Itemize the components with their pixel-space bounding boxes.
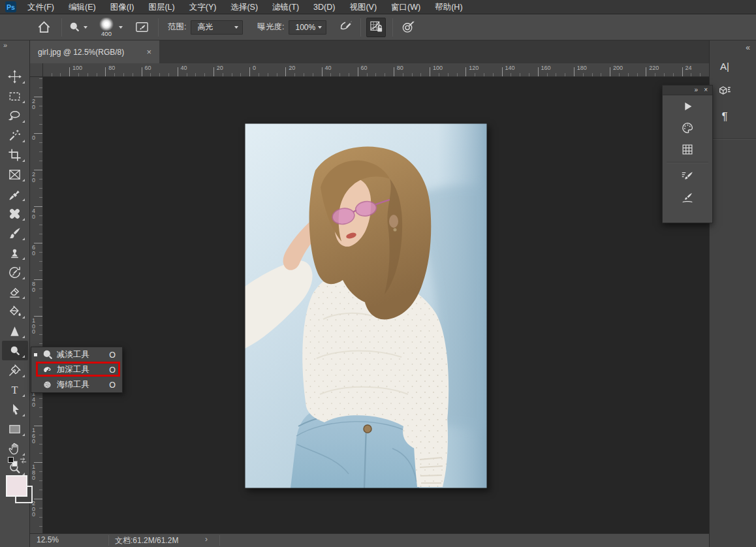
ruler-label: 140 xyxy=(32,391,38,408)
tool-magic-wand[interactable] xyxy=(2,125,28,145)
airbrush-toggle[interactable] xyxy=(336,18,355,37)
paragraph-panel-button[interactable]: ¶ xyxy=(715,107,734,127)
menu-item-图像I[interactable]: 图像(I) xyxy=(103,0,142,14)
panel-collapse-icon[interactable]: » xyxy=(694,86,698,93)
patterns-panel-button[interactable] xyxy=(663,138,712,160)
chevron-down-icon xyxy=(318,26,322,29)
airbrush-icon xyxy=(338,20,353,35)
panel-divider xyxy=(667,162,708,163)
document-tab[interactable]: girl.jpg @ 12.5%(RGB/8) × xyxy=(30,40,159,63)
tool-move[interactable] xyxy=(2,67,28,86)
menu-item-3DD[interactable]: 3D(D) xyxy=(306,0,342,14)
foreground-color-swatch[interactable] xyxy=(6,475,27,497)
exposure-label: 曝光度: xyxy=(257,22,284,33)
ruler-label: 60 xyxy=(361,65,368,71)
menu-item-窗口W[interactable]: 窗口(W) xyxy=(384,0,428,14)
flyout-item-shortcut: O xyxy=(109,381,122,390)
ruler-label: 80 xyxy=(32,281,38,292)
tool-options-bar: 400 范围: 高光 曝光度: 100% xyxy=(0,14,756,40)
separator xyxy=(360,18,361,37)
brush-preset-picker[interactable]: 400 xyxy=(97,18,123,37)
menu-item-文字Y[interactable]: 文字(Y) xyxy=(182,0,224,14)
ruler-corner xyxy=(30,63,43,77)
tool-lasso[interactable] xyxy=(2,106,28,125)
menu-bar: Ps 文件(F)编辑(E)图像(I)图层(L)文字(Y)选择(S)滤镜(T)3D… xyxy=(0,0,756,14)
annotation-highlight xyxy=(36,362,120,377)
zoom-level-field[interactable]: 12.5% xyxy=(37,535,59,544)
ruler-label: 20 xyxy=(217,65,223,71)
home-button[interactable] xyxy=(34,18,54,37)
canvas-pasteboard[interactable] xyxy=(43,77,709,533)
home-icon xyxy=(37,20,52,35)
current-tool-indicator xyxy=(31,353,40,356)
menu-item-文件F[interactable]: 文件(F) xyxy=(20,0,61,14)
paragraph-panel-icon: ¶ xyxy=(721,110,727,123)
canvas-photo[interactable] xyxy=(245,123,487,488)
tool-pen[interactable] xyxy=(2,360,28,380)
tool-frame[interactable] xyxy=(2,164,28,184)
menu-item-视图V[interactable]: 视图(V) xyxy=(342,0,384,14)
sponge-icon xyxy=(40,379,54,392)
menu-item-选择S[interactable]: 选择(S) xyxy=(223,0,265,14)
tool-eyedropper[interactable] xyxy=(2,184,28,204)
flyout-item-label: 减淡工具 xyxy=(54,349,109,360)
menu-item-图层L[interactable]: 图层(L) xyxy=(141,0,181,14)
swatches-panel-button[interactable] xyxy=(663,117,712,138)
brush-size: 400 xyxy=(101,31,112,37)
tool-crop[interactable] xyxy=(2,145,28,164)
range-value: 高光 xyxy=(197,22,213,33)
range-label: 范围: xyxy=(168,22,186,33)
panel-close-icon[interactable]: × xyxy=(704,86,708,93)
ruler-label: 20 xyxy=(32,172,38,183)
menu-item-编辑E[interactable]: 编辑(E) xyxy=(61,0,103,14)
actions-panel-button[interactable] xyxy=(663,95,712,117)
tool-path-select[interactable] xyxy=(2,399,28,419)
brush-settings-panel-button[interactable] xyxy=(663,165,712,187)
tool-clone-stamp[interactable] xyxy=(2,243,28,262)
tool-healing-brush[interactable] xyxy=(2,204,28,223)
ruler-label: 0 xyxy=(32,135,38,141)
swap-colors-icon[interactable] xyxy=(18,456,28,465)
tool-eraser[interactable] xyxy=(2,282,28,302)
chevron-down-icon xyxy=(119,26,123,29)
close-tab-icon[interactable]: × xyxy=(144,47,154,57)
tool-marquee[interactable] xyxy=(2,86,28,106)
tool-preset-picker[interactable] xyxy=(67,20,87,34)
floating-panel-header[interactable]: » × xyxy=(663,86,712,95)
dodge-tool-icon xyxy=(67,20,81,34)
color-controls xyxy=(0,457,30,542)
flyout-item-sponge[interactable]: 海绵工具O xyxy=(31,377,122,392)
separator xyxy=(392,18,393,37)
status-options-chevron[interactable]: › xyxy=(205,535,208,544)
tools-panel-collapse[interactable]: » xyxy=(0,40,29,51)
character-panel-icon: A| xyxy=(720,61,729,72)
default-colors-icon[interactable] xyxy=(8,457,18,467)
ruler-label: 60 xyxy=(144,65,151,71)
dock-collapse-button[interactable]: « xyxy=(746,43,750,52)
tool-paint-bucket[interactable] xyxy=(2,302,28,321)
photoshop-logo: Ps xyxy=(5,1,16,12)
menu-item-滤镜T[interactable]: 滤镜(T) xyxy=(265,0,306,14)
ruler-label: 0 xyxy=(253,65,256,71)
ruler-label: 100 xyxy=(433,65,443,71)
character-panel-button[interactable]: A| xyxy=(715,56,734,76)
tool-rectangle[interactable] xyxy=(2,419,28,439)
exposure-select[interactable]: 100% xyxy=(289,20,326,35)
flyout-item-dodge[interactable]: 减淡工具O xyxy=(31,347,122,362)
brushes-panel-button[interactable] xyxy=(663,187,712,208)
brush-settings-toggle[interactable] xyxy=(132,18,151,37)
tool-sharpen[interactable] xyxy=(2,321,28,341)
protect-tones-toggle[interactable] xyxy=(366,18,386,37)
ruler-label: 220 xyxy=(649,65,659,71)
pressure-size-toggle[interactable] xyxy=(398,18,418,37)
photoshop-window: Ps 文件(F)编辑(E)图像(I)图层(L)文字(Y)选择(S)滤镜(T)3D… xyxy=(0,0,756,547)
menu-item-帮助H[interactable]: 帮助(H) xyxy=(428,0,469,14)
range-select[interactable]: 高光 xyxy=(191,20,243,35)
separator xyxy=(108,535,109,546)
separator xyxy=(158,18,159,37)
tool-dodge[interactable] xyxy=(2,341,28,360)
tool-type[interactable]: T xyxy=(2,380,28,399)
libraries-panel-button[interactable] xyxy=(715,81,734,101)
tool-brush[interactable] xyxy=(2,223,28,243)
tool-history-brush[interactable] xyxy=(2,262,28,282)
